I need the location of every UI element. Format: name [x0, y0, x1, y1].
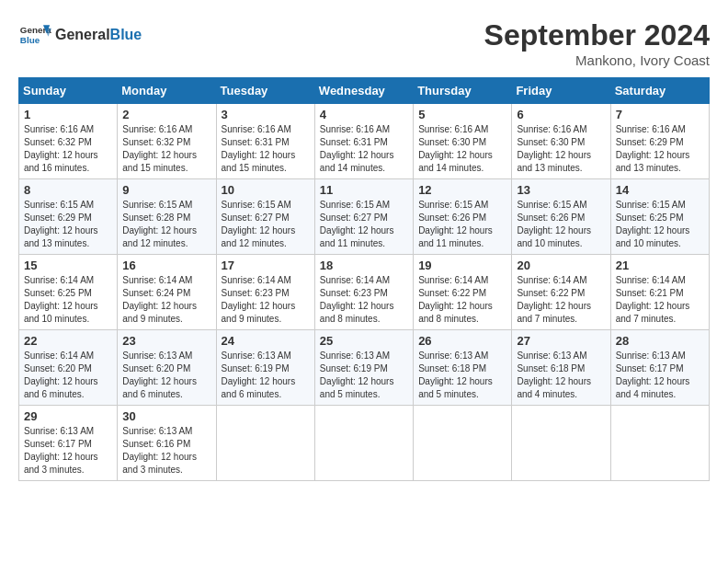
day-info: Sunrise: 6:15 AMSunset: 6:26 PMDaylight:… — [517, 199, 605, 250]
day-info: Sunrise: 6:15 AMSunset: 6:29 PMDaylight:… — [24, 199, 112, 250]
calendar-cell: 2 Sunrise: 6:16 AMSunset: 6:32 PMDayligh… — [118, 104, 216, 179]
calendar-cell: 29 Sunrise: 6:13 AMSunset: 6:17 PMDaylig… — [19, 406, 118, 481]
header: General Blue GeneralBlue September 2024 … — [18, 18, 710, 68]
day-number: 14 — [616, 183, 704, 197]
weekday-header-thursday: Thursday — [414, 78, 512, 104]
day-number: 1 — [24, 108, 112, 121]
calendar-cell: 17 Sunrise: 6:14 AMSunset: 6:23 PMDaylig… — [216, 255, 314, 330]
day-info: Sunrise: 6:15 AMSunset: 6:27 PMDaylight:… — [222, 199, 310, 250]
day-info: Sunrise: 6:14 AMSunset: 6:23 PMDaylight:… — [320, 274, 408, 326]
day-info: Sunrise: 6:16 AMSunset: 6:32 PMDaylight:… — [24, 123, 112, 175]
calendar-cell — [216, 406, 314, 481]
day-info: Sunrise: 6:14 AMSunset: 6:22 PMDaylight:… — [517, 274, 605, 326]
day-number: 25 — [320, 334, 408, 348]
day-number: 22 — [24, 334, 112, 348]
weekday-header-sunday: Sunday — [19, 78, 118, 104]
day-info: Sunrise: 6:13 AMSunset: 6:16 PMDaylight:… — [122, 425, 210, 477]
calendar-cell: 30 Sunrise: 6:13 AMSunset: 6:16 PMDaylig… — [118, 406, 216, 481]
day-info: Sunrise: 6:15 AMSunset: 6:26 PMDaylight:… — [418, 199, 506, 250]
calendar-cell: 19 Sunrise: 6:14 AMSunset: 6:22 PMDaylig… — [414, 255, 512, 330]
day-info: Sunrise: 6:15 AMSunset: 6:27 PMDaylight:… — [320, 199, 408, 250]
logo-text: GeneralBlue — [55, 27, 142, 43]
calendar-cell: 24 Sunrise: 6:13 AMSunset: 6:19 PMDaylig… — [216, 330, 314, 406]
day-info: Sunrise: 6:16 AMSunset: 6:30 PMDaylight:… — [517, 123, 605, 175]
calendar-cell: 6 Sunrise: 6:16 AMSunset: 6:30 PMDayligh… — [512, 104, 610, 179]
day-number: 5 — [418, 108, 506, 121]
calendar-cell: 14 Sunrise: 6:15 AMSunset: 6:25 PMDaylig… — [610, 179, 709, 255]
weekday-header-tuesday: Tuesday — [216, 78, 314, 104]
day-info: Sunrise: 6:13 AMSunset: 6:18 PMDaylight:… — [418, 350, 506, 401]
day-number: 2 — [122, 108, 210, 121]
day-number: 13 — [517, 183, 605, 197]
calendar-cell: 5 Sunrise: 6:16 AMSunset: 6:30 PMDayligh… — [414, 104, 512, 179]
weekday-header-saturday: Saturday — [610, 78, 709, 104]
calendar-cell: 8 Sunrise: 6:15 AMSunset: 6:29 PMDayligh… — [19, 179, 118, 255]
day-info: Sunrise: 6:16 AMSunset: 6:30 PMDaylight:… — [418, 123, 506, 175]
day-number: 30 — [122, 409, 210, 423]
day-number: 19 — [418, 259, 506, 272]
weekday-header-wednesday: Wednesday — [314, 78, 413, 104]
day-info: Sunrise: 6:14 AMSunset: 6:25 PMDaylight:… — [24, 274, 112, 326]
location-title: Mankono, Ivory Coast — [484, 52, 710, 68]
day-number: 12 — [418, 183, 506, 197]
day-info: Sunrise: 6:16 AMSunset: 6:31 PMDaylight:… — [222, 123, 310, 175]
svg-text:Blue: Blue — [20, 35, 40, 45]
calendar-cell — [610, 406, 709, 481]
calendar-cell: 9 Sunrise: 6:15 AMSunset: 6:28 PMDayligh… — [118, 179, 216, 255]
day-number: 3 — [222, 108, 310, 121]
day-info: Sunrise: 6:13 AMSunset: 6:18 PMDaylight:… — [517, 350, 605, 401]
day-info: Sunrise: 6:16 AMSunset: 6:32 PMDaylight:… — [122, 123, 210, 175]
calendar-cell: 22 Sunrise: 6:14 AMSunset: 6:20 PMDaylig… — [19, 330, 118, 406]
day-info: Sunrise: 6:13 AMSunset: 6:17 PMDaylight:… — [24, 425, 112, 477]
calendar-cell: 13 Sunrise: 6:15 AMSunset: 6:26 PMDaylig… — [512, 179, 610, 255]
calendar-cell: 26 Sunrise: 6:13 AMSunset: 6:18 PMDaylig… — [414, 330, 512, 406]
calendar-cell: 27 Sunrise: 6:13 AMSunset: 6:18 PMDaylig… — [512, 330, 610, 406]
day-number: 21 — [616, 259, 704, 272]
day-info: Sunrise: 6:14 AMSunset: 6:20 PMDaylight:… — [24, 350, 112, 401]
day-number: 4 — [320, 108, 408, 121]
day-info: Sunrise: 6:14 AMSunset: 6:22 PMDaylight:… — [418, 274, 506, 326]
day-number: 16 — [122, 259, 210, 272]
day-info: Sunrise: 6:13 AMSunset: 6:20 PMDaylight:… — [122, 350, 210, 401]
day-info: Sunrise: 6:13 AMSunset: 6:19 PMDaylight:… — [222, 350, 310, 401]
weekday-header-friday: Friday — [512, 78, 610, 104]
calendar-cell: 3 Sunrise: 6:16 AMSunset: 6:31 PMDayligh… — [216, 104, 314, 179]
day-number: 27 — [517, 334, 605, 348]
calendar-cell: 15 Sunrise: 6:14 AMSunset: 6:25 PMDaylig… — [19, 255, 118, 330]
calendar-cell — [512, 406, 610, 481]
logo: General Blue GeneralBlue — [18, 18, 142, 52]
day-number: 10 — [222, 183, 310, 197]
day-number: 7 — [616, 108, 704, 121]
day-number: 20 — [517, 259, 605, 272]
day-number: 11 — [320, 183, 408, 197]
calendar-cell: 1 Sunrise: 6:16 AMSunset: 6:32 PMDayligh… — [19, 104, 118, 179]
day-number: 8 — [24, 183, 112, 197]
day-info: Sunrise: 6:15 AMSunset: 6:28 PMDaylight:… — [122, 199, 210, 250]
day-number: 18 — [320, 259, 408, 272]
calendar: SundayMondayTuesdayWednesdayThursdayFrid… — [18, 77, 710, 481]
day-info: Sunrise: 6:13 AMSunset: 6:17 PMDaylight:… — [616, 350, 704, 401]
day-info: Sunrise: 6:14 AMSunset: 6:23 PMDaylight:… — [222, 274, 310, 326]
day-number: 17 — [222, 259, 310, 272]
logo-icon: General Blue — [18, 18, 51, 52]
day-info: Sunrise: 6:14 AMSunset: 6:21 PMDaylight:… — [616, 274, 704, 326]
calendar-cell: 12 Sunrise: 6:15 AMSunset: 6:26 PMDaylig… — [414, 179, 512, 255]
calendar-cell — [314, 406, 413, 481]
calendar-cell: 28 Sunrise: 6:13 AMSunset: 6:17 PMDaylig… — [610, 330, 709, 406]
calendar-cell: 18 Sunrise: 6:14 AMSunset: 6:23 PMDaylig… — [314, 255, 413, 330]
calendar-cell: 16 Sunrise: 6:14 AMSunset: 6:24 PMDaylig… — [118, 255, 216, 330]
calendar-cell — [414, 406, 512, 481]
day-number: 9 — [122, 183, 210, 197]
weekday-header-monday: Monday — [118, 78, 216, 104]
calendar-cell: 7 Sunrise: 6:16 AMSunset: 6:29 PMDayligh… — [610, 104, 709, 179]
day-number: 29 — [24, 409, 112, 423]
calendar-cell: 11 Sunrise: 6:15 AMSunset: 6:27 PMDaylig… — [314, 179, 413, 255]
day-number: 28 — [616, 334, 704, 348]
day-number: 24 — [222, 334, 310, 348]
calendar-cell: 23 Sunrise: 6:13 AMSunset: 6:20 PMDaylig… — [118, 330, 216, 406]
day-info: Sunrise: 6:13 AMSunset: 6:19 PMDaylight:… — [320, 350, 408, 401]
day-info: Sunrise: 6:16 AMSunset: 6:31 PMDaylight:… — [320, 123, 408, 175]
calendar-cell: 25 Sunrise: 6:13 AMSunset: 6:19 PMDaylig… — [314, 330, 413, 406]
day-number: 26 — [418, 334, 506, 348]
day-number: 15 — [24, 259, 112, 272]
